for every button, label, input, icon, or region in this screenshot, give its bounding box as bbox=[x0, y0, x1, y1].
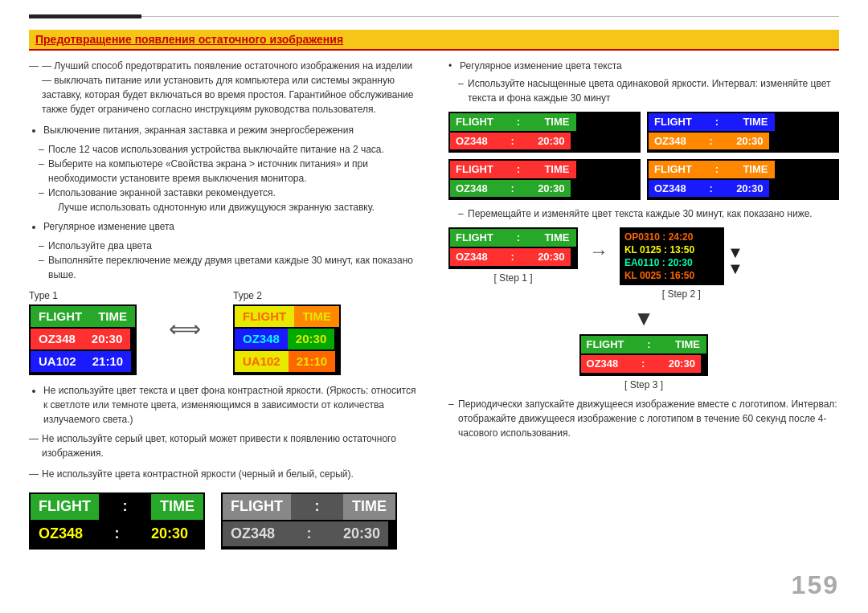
type1-label: Type 1 bbox=[29, 290, 137, 301]
intro-text: — Лучший способ предотвратить появление … bbox=[29, 59, 423, 116]
arrow-horiz: ⟺ bbox=[169, 316, 201, 350]
right-sub1: Используйте насыщенные цвета одинаковой … bbox=[448, 76, 839, 105]
top-line bbox=[29, 14, 839, 18]
step2-block: OP0310 : 24:20KL 0125 : 13:50EA0110 : 20… bbox=[620, 227, 743, 300]
type2-group: Type 2 FLIGHTTIMEOZ34820:30UA10221:10 bbox=[233, 290, 341, 375]
left-column: — Лучший способ предотвратить появление … bbox=[29, 59, 423, 599]
step1-label: [ Step 1 ] bbox=[493, 272, 532, 284]
sub1-3b: Лучше использовать однотонную или движущ… bbox=[29, 200, 423, 215]
section-title: Предотвращение появления остаточного изо… bbox=[29, 30, 839, 51]
bottom-board2: FLIGHT : TIMEOZ348 : 20:30 bbox=[221, 492, 397, 550]
type1-group: Type 1 FLIGHTTIMEOZ34820:30UA10221:10 bbox=[29, 290, 137, 375]
dash-note1: Не используйте серый цвет, который может… bbox=[29, 431, 423, 460]
right-board-1: FLIGHT : TIMEOZ348 : 20:30 bbox=[647, 112, 839, 153]
sub1-2: Выберите на компьютере «Свойства экрана … bbox=[29, 157, 423, 186]
board2: FLIGHTTIMEOZ34820:30UA10221:10 bbox=[233, 304, 341, 375]
type-row: Type 1 FLIGHTTIMEOZ34820:30UA10221:10 ⟺ … bbox=[29, 290, 423, 375]
steps-area: FLIGHT : TIMEOZ348 : 20:30 [ Step 1 ] → … bbox=[448, 227, 839, 300]
sub2-1: Используйте два цвета bbox=[29, 239, 423, 253]
right-board-3: FLIGHT : TIMEOZ348 : 20:30 bbox=[647, 159, 839, 200]
right-column: Регулярное изменение цвета текста Исполь… bbox=[448, 59, 839, 599]
type2-label: Type 2 bbox=[233, 290, 341, 301]
step1-board: FLIGHT : TIMEOZ348 : 20:30 bbox=[448, 227, 578, 268]
bullet-item-2: Регулярное изменение цвета bbox=[43, 219, 423, 234]
step2-board: OP0310 : 24:20KL 0125 : 13:50EA0110 : 20… bbox=[620, 227, 724, 285]
arrow-down1: ▼ bbox=[727, 244, 743, 260]
step1-block: FLIGHT : TIMEOZ348 : 20:30 [ Step 1 ] bbox=[448, 227, 578, 283]
bullet-item-1: Выключение питания, экранная заставка и … bbox=[43, 123, 423, 137]
step2-label: [ Step 2 ] bbox=[662, 288, 701, 300]
bottom-boards: FLIGHT : TIMEOZ348 : 20:30 FLIGHT : TIME… bbox=[29, 492, 423, 550]
arrow-down2: ▼ bbox=[727, 260, 743, 276]
step3-board: FLIGHT : TIMEOZ348 : 20:30 bbox=[579, 334, 709, 375]
sub1-1: После 12 часов использования устройства … bbox=[29, 142, 423, 157]
dash-note2: Не используйте цвета контрастной яркости… bbox=[29, 467, 423, 481]
bottom-board1: FLIGHT : TIMEOZ348 : 20:30 bbox=[29, 492, 205, 550]
note-bullet-1: Не используйте цвет текста и цвет фона к… bbox=[43, 383, 423, 427]
arrow-step1-to-step2: → bbox=[586, 227, 612, 263]
step2-arrows: ▼ ▼ bbox=[727, 236, 743, 276]
sub1-3: Использование экранной заставки рекоменд… bbox=[29, 186, 423, 200]
right-board-0: FLIGHT : TIMEOZ348 : 20:30 bbox=[448, 112, 641, 153]
bullet-list-2: Регулярное изменение цвета bbox=[29, 219, 423, 234]
content-area: — Лучший способ предотвратить появление … bbox=[29, 59, 839, 599]
bullet-list: Выключение питания, экранная заставка и … bbox=[29, 123, 423, 137]
page: Предотвращение появления остаточного изо… bbox=[0, 0, 868, 613]
step3-label: [ Step 3 ] bbox=[624, 379, 663, 390]
note-bullet: Не используйте цвет текста и цвет фона к… bbox=[29, 383, 423, 427]
right-boards-grid: FLIGHT : TIMEOZ348 : 20:30FLIGHT : TIMEO… bbox=[448, 112, 839, 200]
arrow-to-step3: ▼ bbox=[633, 306, 654, 331]
board1: FLIGHTTIMEOZ34820:30UA10221:10 bbox=[29, 304, 137, 375]
top-line-light bbox=[141, 16, 839, 17]
step3-area: ▼ FLIGHT : TIMEOZ348 : 20:30 [ Step 3 ] bbox=[448, 306, 839, 390]
page-number: 159 bbox=[792, 570, 839, 600]
right-bullet1: Регулярное изменение цвета текста bbox=[448, 59, 839, 73]
bottom-note: Периодически запускайте движущееся изобр… bbox=[448, 397, 839, 440]
sub2-2: Выполняйте переключение между двумя цвет… bbox=[29, 253, 423, 282]
top-line-dark bbox=[29, 14, 141, 18]
right-dash-note: Перемещайте и изменяйте цвет текста кажд… bbox=[448, 206, 839, 221]
right-board-2: FLIGHT : TIMEOZ348 : 20:30 bbox=[448, 159, 641, 200]
